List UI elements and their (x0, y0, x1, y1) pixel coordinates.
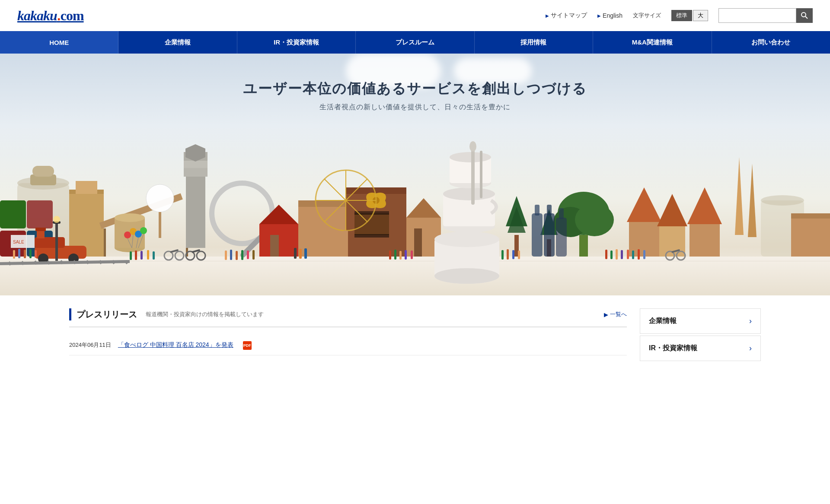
svg-rect-138 (399, 251, 402, 260)
pdf-icon: PDF (243, 341, 252, 350)
press-release-section: プレスリリース 報道機関・投資家向けの情報を掲載しています ▶ 一覧へ 2024… (69, 308, 627, 361)
svg-rect-119 (147, 250, 149, 260)
english-link[interactable]: ▶ English (597, 12, 622, 19)
svg-rect-139 (405, 250, 407, 260)
svg-rect-150 (632, 250, 634, 259)
svg-line-61 (86, 261, 89, 263)
svg-rect-83 (480, 151, 482, 198)
nav-ma[interactable]: M&A関連情報 (593, 31, 712, 54)
font-standard-button[interactable]: 標準 (671, 10, 692, 21)
sidebar-company-card[interactable]: 企業情報 › (640, 308, 761, 334)
svg-marker-103 (687, 187, 722, 224)
svg-rect-131 (247, 250, 249, 259)
svg-line-60 (73, 261, 76, 263)
sidebar-ir-arrow-icon: › (749, 344, 752, 353)
svg-line-64 (125, 261, 128, 263)
svg-rect-23 (159, 212, 161, 238)
svg-point-77 (443, 187, 495, 200)
svg-rect-33 (270, 235, 279, 257)
sidebar-company-arrow-icon: › (749, 317, 752, 326)
logo-dot: . (57, 8, 61, 23)
svg-rect-110 (791, 213, 830, 219)
svg-point-74 (434, 268, 499, 284)
sidebar-company-title: 企業情報 (649, 317, 677, 326)
nav-company[interactable]: 企業情報 (118, 31, 237, 54)
sidebar-ir-card[interactable]: IR・投資家情報 › (640, 336, 761, 361)
nav-ir[interactable]: IR・投資家情報 (237, 31, 356, 54)
svg-rect-141 (501, 250, 504, 260)
svg-rect-14 (76, 181, 97, 194)
svg-rect-137 (394, 250, 396, 260)
svg-rect-50 (35, 237, 65, 248)
svg-marker-32 (259, 205, 298, 224)
svg-point-82 (469, 141, 476, 152)
svg-rect-11 (27, 200, 53, 228)
news-link[interactable]: 「食べログ 中国料理 百名店 2024」を発表 (118, 341, 233, 349)
english-label: English (603, 12, 622, 19)
logo-kakaku: kakaku (17, 8, 57, 23)
svg-rect-98 (559, 208, 564, 219)
svg-line-62 (99, 261, 102, 263)
svg-rect-143 (512, 250, 514, 259)
hero-text: ユーザー本位の価値あるサービスを創出しつづける 生活者視点の新しい価値を提供して… (243, 79, 587, 112)
blue-accent-bar (69, 308, 71, 320)
nav-home[interactable]: HOME (0, 31, 118, 54)
svg-marker-106 (748, 164, 757, 237)
svg-line-1 (805, 16, 808, 19)
svg-rect-115 (35, 250, 37, 258)
svg-rect-132 (252, 250, 255, 260)
content-section: プレスリリース 報道機関・投資家向けの情報を掲載しています ▶ 一覧へ 2024… (0, 295, 830, 374)
svg-rect-37 (346, 187, 406, 194)
section-title-bar: プレスリリース 報道機関・投資家向けの情報を掲載しています (69, 308, 264, 320)
svg-rect-16 (104, 228, 106, 257)
press-list-link[interactable]: ▶ 一覧へ (604, 311, 627, 318)
svg-rect-145 (605, 250, 607, 259)
sitemap-link[interactable]: ▶ サイトマップ (546, 12, 587, 19)
svg-line-56 (22, 262, 24, 264)
svg-rect-133 (294, 248, 297, 259)
svg-rect-146 (610, 250, 613, 259)
hero-scene-svg: SALE (0, 114, 830, 295)
search-box (718, 8, 813, 23)
svg-rect-130 (241, 250, 243, 260)
svg-rect-10 (0, 200, 26, 228)
nav-recruit[interactable]: 採用情報 (475, 31, 593, 54)
svg-rect-144 (518, 250, 520, 259)
link-label: 一覧へ (610, 311, 627, 318)
news-date: 2024年06月11日 (69, 341, 111, 349)
svg-rect-93 (532, 213, 543, 257)
svg-point-164 (140, 227, 147, 234)
font-size-label: 文字サイズ (633, 12, 661, 19)
svg-rect-136 (389, 250, 391, 260)
svg-rect-70 (344, 231, 348, 257)
svg-point-73 (434, 231, 499, 247)
svg-rect-148 (621, 250, 623, 259)
svg-rect-134 (299, 249, 302, 259)
svg-rect-92 (579, 235, 588, 257)
nav-press[interactable]: プレスルーム (356, 31, 474, 54)
sidebar-ir-title: IR・投資家情報 (649, 344, 697, 353)
logo-com: com (61, 8, 84, 23)
svg-rect-127 (225, 250, 227, 260)
right-sidebar: 企業情報 › IR・投資家情報 › (640, 308, 761, 361)
svg-rect-152 (643, 250, 645, 259)
font-large-button[interactable]: 大 (693, 10, 708, 21)
svg-rect-81 (471, 149, 475, 205)
svg-rect-52 (35, 228, 46, 231)
press-section-header: プレスリリース 報道機関・投資家向けの情報を掲載しています ▶ 一覧へ (69, 308, 627, 327)
svg-marker-45 (406, 198, 441, 218)
logo[interactable]: kakaku.com (17, 8, 84, 24)
search-button[interactable] (796, 8, 813, 23)
search-icon (801, 12, 808, 19)
svg-line-57 (35, 261, 37, 264)
search-input[interactable] (718, 8, 796, 23)
svg-rect-135 (304, 248, 307, 259)
nav-contact[interactable]: お問い合わせ (712, 31, 830, 54)
svg-point-0 (801, 13, 806, 17)
sitemap-arrow-icon: ▶ (546, 13, 549, 18)
english-arrow-icon: ▶ (597, 13, 601, 18)
svg-line-55 (9, 262, 11, 265)
link-arrow-icon: ▶ (604, 311, 608, 318)
svg-rect-117 (135, 250, 137, 260)
svg-point-80 (450, 152, 491, 162)
